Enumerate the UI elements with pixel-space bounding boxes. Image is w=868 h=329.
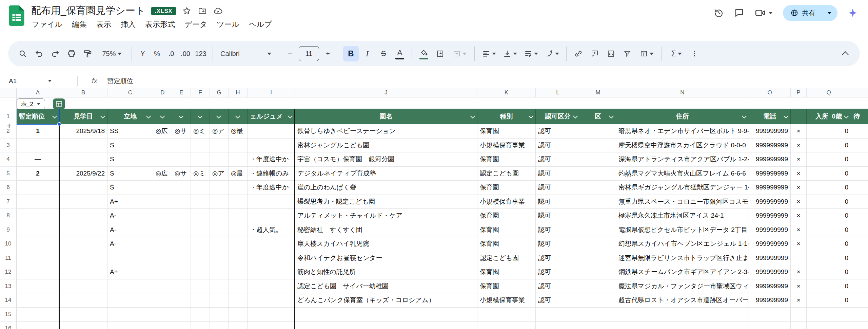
- cell-B4[interactable]: [59, 152, 107, 167]
- horizontal-align-button[interactable]: [479, 46, 499, 61]
- cell-K11[interactable]: 認定こども園: [477, 251, 536, 266]
- cell-P5[interactable]: ×: [791, 167, 807, 181]
- cell-F11[interactable]: [191, 251, 210, 266]
- italic-button[interactable]: I: [359, 46, 375, 61]
- filter-chevron-icon[interactable]: [179, 114, 183, 118]
- column-header-A[interactable]: A: [17, 88, 59, 97]
- cell-H14[interactable]: [229, 293, 248, 308]
- cell-N15[interactable]: [616, 308, 749, 322]
- column-header-Q[interactable]: Q: [807, 88, 851, 97]
- cell-L8[interactable]: 認可: [536, 209, 580, 223]
- cell-R10[interactable]: [851, 237, 868, 251]
- cell-G4[interactable]: [210, 152, 229, 167]
- menu-表示形式[interactable]: 表示形式: [140, 18, 180, 31]
- name-box[interactable]: A1: [0, 77, 77, 85]
- cell-K6[interactable]: 保育園: [477, 181, 536, 195]
- cell-O10[interactable]: 999999999: [749, 237, 791, 251]
- filter-chevron-icon[interactable]: [288, 114, 293, 118]
- filter-chevron-icon[interactable]: [100, 114, 105, 118]
- cell-A13[interactable]: [17, 279, 59, 294]
- cell-M12[interactable]: [580, 265, 616, 279]
- cell-Q8[interactable]: 0: [807, 209, 851, 223]
- cell-G14[interactable]: [210, 293, 229, 308]
- cell-L3[interactable]: 認可: [536, 139, 580, 153]
- cell-N7[interactable]: 無重力県スペース・コロニー市銀河区コスモ: [616, 195, 749, 209]
- cell-K10[interactable]: 保育園: [477, 237, 536, 251]
- cell-H5[interactable]: ◎最: [229, 167, 248, 181]
- cell-Q12[interactable]: 0: [807, 265, 851, 279]
- more-toolbar-button[interactable]: [688, 46, 701, 61]
- cell-K2[interactable]: 保育園: [477, 124, 536, 139]
- row-header-16[interactable]: 16: [0, 322, 17, 329]
- column-header-C[interactable]: C: [107, 88, 153, 97]
- row-header-4[interactable]: 4: [0, 152, 17, 167]
- column-header-B[interactable]: B: [59, 88, 107, 97]
- frozen-column-divider[interactable]: [59, 109, 60, 329]
- cell-C13[interactable]: [107, 279, 153, 294]
- cell-F9[interactable]: [191, 223, 210, 237]
- cell-L5[interactable]: 認可: [536, 167, 580, 181]
- cell-N8[interactable]: 極寒県永久凍土市氷河区アイス 24-1: [616, 209, 749, 223]
- insert-chart-button[interactable]: [603, 46, 619, 61]
- cell-O11[interactable]: 999999999: [749, 251, 791, 266]
- cell-R16[interactable]: [851, 322, 868, 329]
- column-header-N[interactable]: N: [616, 88, 749, 97]
- cell-I4[interactable]: ・年度途中か: [248, 152, 295, 167]
- cell-O5[interactable]: 999999999: [749, 167, 791, 181]
- cell-L9[interactable]: 認可: [536, 223, 580, 237]
- cell-F13[interactable]: [191, 279, 210, 294]
- cell-O16[interactable]: [749, 322, 791, 329]
- cell-R15[interactable]: [851, 308, 868, 322]
- menu-挿入[interactable]: 挿入: [116, 18, 140, 31]
- cell-B10[interactable]: [59, 237, 107, 251]
- cell-D16[interactable]: [153, 322, 172, 329]
- cell-B9[interactable]: [59, 223, 107, 237]
- column-header-I[interactable]: I: [248, 88, 295, 97]
- filter-chevron-icon[interactable]: [160, 114, 164, 118]
- formula-input[interactable]: 暫定順位: [107, 77, 133, 86]
- column-header-F[interactable]: F: [191, 88, 210, 97]
- cell-H13[interactable]: [229, 279, 248, 294]
- cell-E15[interactable]: [172, 308, 191, 322]
- bold-button[interactable]: B: [343, 46, 359, 61]
- cell-C15[interactable]: [107, 308, 153, 322]
- print-button[interactable]: [64, 46, 79, 61]
- cell-E7[interactable]: [172, 195, 191, 209]
- cell-D6[interactable]: [153, 181, 172, 195]
- table-header-P[interactable]: [791, 109, 807, 124]
- cell-I9[interactable]: ・超人気。: [248, 223, 295, 237]
- cell-H8[interactable]: [229, 209, 248, 223]
- cell-N10[interactable]: 幻想県スカイハイ市ヘブン区エンジェル 1-1-1: [616, 237, 749, 251]
- cell-B3[interactable]: [59, 139, 107, 153]
- cell-Q9[interactable]: 0: [807, 223, 851, 237]
- cell-G2[interactable]: ◎ア: [210, 124, 229, 139]
- cell-B5[interactable]: 2025/9/22: [59, 167, 107, 181]
- cell-M16[interactable]: [580, 322, 616, 329]
- cell-Q14[interactable]: 0: [807, 293, 851, 308]
- cell-N11[interactable]: 迷宮県無限ラビリンス市トラップ区行き止ま: [616, 251, 749, 266]
- row-header-9[interactable]: 9: [0, 223, 17, 237]
- cell-G9[interactable]: [210, 223, 229, 237]
- cell-Q11[interactable]: 0: [807, 251, 851, 266]
- cell-J12[interactable]: 筋肉と知性の託児所: [295, 265, 477, 279]
- cell-B6[interactable]: [59, 181, 107, 195]
- cell-G6[interactable]: [210, 181, 229, 195]
- cell-D14[interactable]: [153, 293, 172, 308]
- cell-I7[interactable]: [248, 195, 295, 209]
- decrease-font-size-button[interactable]: −: [283, 46, 297, 61]
- cell-J3[interactable]: 密林ジャングルこども園: [295, 139, 477, 153]
- cell-A6[interactable]: [17, 181, 59, 195]
- cell-N6[interactable]: 密林県ギガジャングル市猛獣区デンジャー 1-1: [616, 181, 749, 195]
- cell-R9[interactable]: [851, 223, 868, 237]
- cell-L10[interactable]: 認可: [536, 237, 580, 251]
- cell-H9[interactable]: [229, 223, 248, 237]
- cell-H2[interactable]: ◎最: [229, 124, 248, 139]
- star-icon[interactable]: [182, 6, 192, 16]
- cell-E9[interactable]: [172, 223, 191, 237]
- cell-D4[interactable]: [153, 152, 172, 167]
- comments-icon[interactable]: [734, 8, 744, 18]
- table-header-種別[interactable]: 種別: [477, 109, 536, 124]
- row-header-7[interactable]: 7: [0, 195, 17, 209]
- cell-A2[interactable]: 1: [17, 124, 59, 139]
- cell-O3[interactable]: 999999999: [749, 139, 791, 153]
